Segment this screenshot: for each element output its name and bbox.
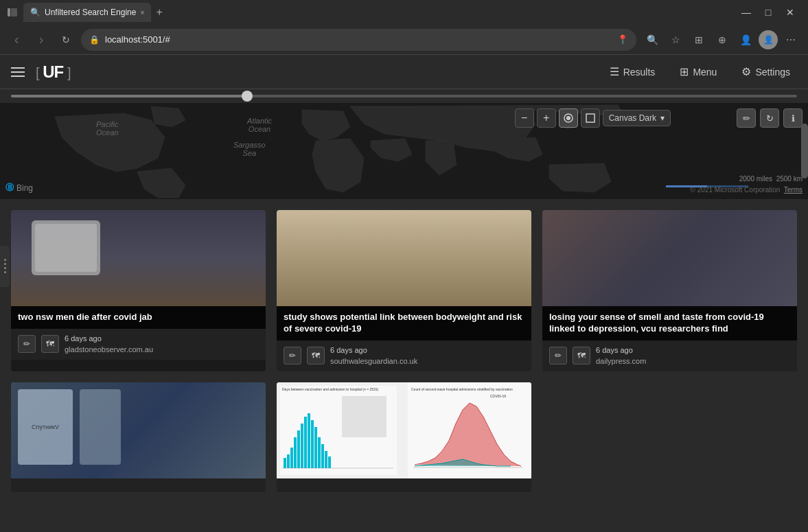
app-logo: [ UF ]	[36, 62, 70, 82]
map-info-btn[interactable]: ℹ	[783, 108, 803, 128]
map-controls: − + Canvas Dark ▾	[515, 108, 671, 128]
svg-rect-1	[11, 8, 17, 16]
svg-rect-13	[297, 430, 300, 468]
svg-rect-6	[586, 114, 595, 122]
terms-link[interactable]: Terms	[784, 186, 803, 194]
forward-btn[interactable]: ›	[32, 30, 51, 49]
maximize-btn[interactable]: □	[763, 7, 774, 18]
bing-text: Bing	[16, 183, 33, 193]
sidebar-toggle-btn[interactable]	[7, 7, 18, 18]
svg-text:Count of second wave hospital : Count of second wave hospital admissions…	[411, 387, 513, 391]
results-grid: two nsw men die after covid jab ✏ 🗺 6 da…	[11, 210, 797, 492]
map-theme-label: Canvas Dark	[609, 113, 656, 123]
hamburger-menu-btn[interactable]	[11, 67, 25, 77]
result-card[interactable]: Days between vaccination and admission t…	[277, 382, 531, 492]
svg-rect-22	[328, 456, 331, 468]
refresh-btn[interactable]: ↻	[56, 30, 76, 49]
person-icon-btn[interactable]: 👤	[735, 30, 756, 50]
results-nav-btn[interactable]: ☰ Results	[603, 61, 662, 82]
star-icon-btn[interactable]: ☆	[665, 30, 686, 50]
world-map	[0, 103, 808, 199]
more-btn[interactable]: ⋯	[781, 30, 801, 50]
browser-titlebar: 🔍 Unfiltered Search Engine × + — □ ✕	[0, 0, 808, 25]
app-header: [ UF ] ☰ Results ⊞ Menu ⚙ Settings	[0, 55, 808, 89]
result-card-image	[277, 210, 531, 306]
result-card-image	[11, 210, 266, 306]
back-btn[interactable]: ‹	[7, 30, 26, 49]
tab-bar: 🔍 Unfiltered Search Engine × +	[23, 3, 735, 22]
slider-track[interactable]	[11, 95, 797, 97]
pacific-ocean-label: Pacific Ocean	[96, 120, 118, 137]
results-icon: ☰	[610, 65, 619, 78]
location-icon: 📍	[617, 34, 628, 45]
svg-rect-17	[311, 420, 314, 468]
address-bar[interactable]: 🔒 localhost:5001/# 📍	[81, 29, 636, 51]
settings-label: Settings	[755, 67, 790, 78]
zoom-out-btn[interactable]: −	[515, 108, 534, 128]
tab-close-btn[interactable]: ×	[140, 9, 144, 16]
lock-icon: 🔒	[89, 35, 100, 45]
map-copyright: © 2021 Microsoft Corporation Terms	[691, 186, 803, 194]
map-section: Pacific Ocean Atlantic Ocean Sargasso Se…	[0, 103, 808, 199]
new-tab-btn[interactable]: +	[151, 4, 168, 21]
map-theme-select[interactable]: Canvas Dark ▾	[603, 110, 671, 126]
svg-rect-20	[321, 444, 324, 468]
svg-rect-0	[8, 8, 10, 16]
collection-icon-btn[interactable]: ⊞	[689, 30, 709, 50]
svg-rect-24	[342, 396, 386, 437]
result-card-title: two nsw men die after covid jab	[11, 306, 266, 329]
card-edit-btn[interactable]: ✏	[18, 335, 36, 353]
sidebar-handle[interactable]	[0, 246, 10, 287]
settings-nav-btn[interactable]: ⚙ Settings	[735, 61, 797, 82]
result-meta: 6 days ago gladstoneobserver.com.au	[65, 333, 153, 356]
result-card[interactable]: study shows potential link between bodyw…	[277, 210, 531, 371]
result-card[interactable]: СпутникV	[11, 382, 266, 492]
menu-label: Menu	[693, 67, 717, 78]
minimize-btn[interactable]: —	[741, 7, 752, 18]
address-text: localhost:5001/#	[105, 34, 612, 45]
svg-rect-19	[318, 437, 321, 468]
svg-point-5	[566, 116, 570, 120]
result-card[interactable]: losing your sense of smell and taste fro…	[542, 210, 797, 371]
scrollbar-thumb[interactable]	[801, 124, 808, 178]
slider-container	[0, 89, 808, 103]
result-meta: 6 days ago southwalesguardian.co.uk	[330, 345, 417, 367]
card-map-btn[interactable]: 🗺	[307, 347, 325, 365]
menu-nav-btn[interactable]: ⊞ Menu	[673, 61, 724, 82]
card-edit-btn[interactable]: ✏	[284, 347, 301, 365]
zoom-in-btn[interactable]: +	[537, 108, 556, 128]
sargasso-sea-label: Sargasso Sea	[233, 141, 265, 157]
map-edit-btn[interactable]: ✏	[737, 108, 756, 128]
svg-rect-12	[294, 437, 297, 468]
map-square-btn[interactable]	[581, 108, 600, 128]
active-tab[interactable]: 🔍 Unfiltered Search Engine ×	[23, 3, 151, 22]
user-avatar[interactable]: 👤	[759, 30, 778, 49]
result-card-footer	[277, 478, 531, 492]
search-icon-btn[interactable]: 🔍	[642, 30, 662, 50]
close-btn[interactable]: ✕	[785, 7, 796, 18]
results-section: two nsw men die after covid jab ✏ 🗺 6 da…	[0, 199, 808, 503]
result-card-image	[542, 210, 797, 306]
card-edit-btn[interactable]: ✏	[549, 347, 567, 365]
card-map-btn[interactable]: 🗺	[573, 347, 590, 365]
map-action-btns: ✏ ↻ ℹ	[737, 108, 803, 128]
map-circle-btn[interactable]	[559, 108, 578, 128]
svg-text:Days between vaccination and a: Days between vaccination and admission t…	[282, 387, 379, 391]
main-content: Pacific Ocean Atlantic Ocean Sargasso Se…	[0, 89, 808, 532]
map-refresh-btn[interactable]: ↻	[760, 108, 779, 128]
tab-title: Unfiltered Search Engine	[45, 8, 136, 17]
result-card-footer: ✏ 🗺 6 days ago southwalesguardian.co.uk	[277, 340, 531, 371]
result-card-footer: ✏ 🗺 6 days ago dailypress.com	[542, 340, 797, 371]
svg-rect-10	[287, 454, 290, 468]
result-card[interactable]: two nsw men die after covid jab ✏ 🗺 6 da…	[11, 210, 266, 371]
card-map-btn[interactable]: 🗺	[41, 335, 59, 353]
result-meta: 6 days ago dailypress.com	[596, 345, 646, 367]
result-card-title: study shows potential link between bodyw…	[277, 306, 531, 340]
slider-thumb[interactable]	[242, 91, 253, 102]
extensions-icon-btn[interactable]: ⊕	[712, 30, 732, 50]
result-card-image: СпутникV	[11, 382, 266, 478]
bing-logo: Ⓑ Bing	[5, 182, 33, 194]
svg-text:COVID-19: COVID-19	[490, 394, 506, 398]
logo-bracket-left: [	[36, 65, 39, 80]
svg-rect-15	[304, 417, 307, 468]
